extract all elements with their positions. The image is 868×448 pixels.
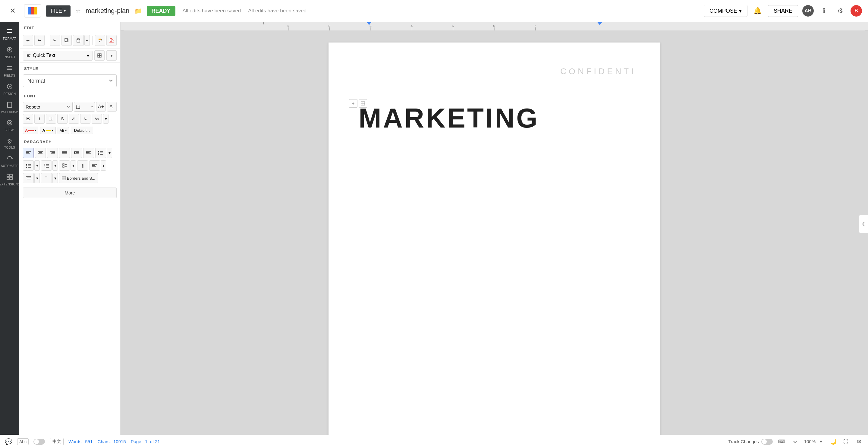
right-panel-collapse-button[interactable] bbox=[859, 215, 868, 233]
more-button[interactable]: More bbox=[23, 187, 117, 198]
align-left-button[interactable] bbox=[23, 148, 34, 158]
quote-group: " ▾ bbox=[41, 173, 58, 183]
keyboard-icon[interactable]: ⌨ bbox=[778, 438, 786, 446]
redo-button[interactable]: ↪ bbox=[34, 35, 44, 46]
settings-icon[interactable]: ⚙ bbox=[834, 5, 846, 17]
strikethrough-button[interactable]: S bbox=[57, 114, 67, 124]
font-size-decrease-button[interactable]: A- bbox=[107, 102, 117, 112]
paint-format-button[interactable] bbox=[95, 35, 105, 46]
collapse-icon[interactable] bbox=[791, 438, 799, 446]
sidebar-item-format[interactable]: FORMAT bbox=[0, 25, 19, 43]
font-size-increase-button[interactable]: A+ bbox=[96, 102, 106, 112]
highlight-color-button[interactable]: A ▾ bbox=[40, 127, 56, 134]
show-formatting-button[interactable]: ¶ bbox=[77, 160, 88, 171]
align-justify-button[interactable] bbox=[59, 148, 70, 158]
close-button[interactable]: ✕ bbox=[6, 4, 19, 18]
document-page[interactable]: CONFIDENTI + MARKETING bbox=[329, 42, 660, 435]
star-icon[interactable]: ☆ bbox=[75, 7, 81, 14]
indent-decrease-button[interactable] bbox=[83, 148, 94, 158]
line-spacing-button[interactable] bbox=[95, 148, 106, 158]
quick-text-icon-btn-1[interactable] bbox=[94, 50, 104, 61]
marketing-title[interactable]: MARKETING bbox=[359, 103, 630, 134]
info-icon[interactable]: ℹ bbox=[818, 5, 830, 17]
blockquote-button[interactable]: " bbox=[41, 173, 52, 183]
user-avatar[interactable]: B bbox=[850, 5, 862, 17]
sidebar-label-view: VIEW bbox=[5, 128, 14, 132]
document-scroll[interactable]: CONFIDENTI + MARKETING bbox=[121, 30, 868, 435]
paragraph-indent-button[interactable] bbox=[23, 173, 34, 183]
document-title[interactable]: marketing-plan bbox=[86, 7, 130, 15]
comment-icon[interactable]: 💬 bbox=[5, 438, 12, 445]
font-size-select[interactable]: 11 12 14 bbox=[74, 102, 95, 112]
quote-dropdown[interactable]: ▾ bbox=[53, 173, 58, 183]
compose-button[interactable]: COMPOSE ▾ bbox=[704, 5, 747, 17]
numbered-list-dropdown[interactable]: ▾ bbox=[53, 160, 58, 171]
folder-icon[interactable]: 📁 bbox=[134, 7, 142, 14]
track-changes-label: Track Changes bbox=[728, 439, 758, 444]
checklist-button[interactable] bbox=[59, 160, 70, 171]
paste-dropdown-button[interactable]: ▾ bbox=[84, 35, 90, 46]
text-color-button[interactable]: A ▾ bbox=[23, 127, 38, 134]
edit-toolbar: ↩ ↪ ✂ ▾ bbox=[19, 33, 120, 49]
zoom-dropdown-button[interactable]: ▾ bbox=[817, 438, 825, 446]
file-menu-button[interactable]: FILE ▾ bbox=[46, 5, 70, 17]
add-table-icon[interactable]: + bbox=[349, 99, 358, 108]
document-area: 1 2 3 4 5 6 7 CONFIDENTI bbox=[121, 22, 868, 435]
fullscreen-icon[interactable]: ⛶ bbox=[841, 438, 850, 446]
proofread-button[interactable]: Abc bbox=[17, 438, 29, 445]
svg-text:3: 3 bbox=[370, 24, 372, 27]
default-format-button[interactable]: Default... bbox=[71, 127, 93, 134]
extensions-icon bbox=[6, 174, 13, 182]
sidebar-item-insert[interactable]: INSERT bbox=[0, 43, 19, 62]
text-direction-button[interactable] bbox=[89, 160, 100, 171]
sidebar-item-fields[interactable]: FIELDS bbox=[0, 62, 19, 80]
numbered-list-button[interactable]: 1.2.3. bbox=[41, 160, 52, 171]
italic-button[interactable]: I bbox=[34, 114, 44, 124]
line-spacing-dropdown[interactable]: ▾ bbox=[107, 148, 112, 158]
text-style-button[interactable]: AB ▾ bbox=[58, 127, 69, 134]
sidebar-item-automate[interactable]: AUTOMATE bbox=[0, 152, 19, 171]
borders-button[interactable]: Borders and S... bbox=[59, 173, 98, 183]
font-family-select[interactable]: Roboto Arial Times New Roman bbox=[23, 102, 73, 112]
indent-dropdown[interactable]: ▾ bbox=[34, 173, 40, 183]
sidebar-item-design[interactable]: DESIGN bbox=[0, 80, 19, 98]
proofread-toggle[interactable] bbox=[33, 439, 45, 445]
subscript-button[interactable]: A₂ bbox=[80, 114, 90, 124]
text-cursor bbox=[359, 102, 359, 112]
svg-rect-1 bbox=[31, 7, 34, 14]
words-value: 551 bbox=[85, 439, 93, 444]
undo-button[interactable]: ↩ bbox=[23, 35, 33, 46]
bold-button[interactable]: B bbox=[23, 114, 33, 124]
bullet-list-button[interactable] bbox=[23, 160, 34, 171]
quick-text-arrow: ▾ bbox=[87, 53, 89, 59]
text-direction-dropdown[interactable]: ▾ bbox=[101, 160, 106, 171]
sidebar-item-view[interactable]: VIEW bbox=[0, 116, 19, 135]
copy-button[interactable] bbox=[61, 35, 72, 46]
paste-button[interactable] bbox=[73, 35, 84, 46]
text-case-button[interactable]: Aa bbox=[92, 114, 102, 124]
indent-increase-button[interactable] bbox=[71, 148, 82, 158]
sidebar-item-pagesetup[interactable]: PAGE SETUP bbox=[0, 98, 19, 116]
superscript-button[interactable]: A² bbox=[69, 114, 79, 124]
align-right-button[interactable] bbox=[47, 148, 58, 158]
bullet-list-dropdown[interactable]: ▾ bbox=[34, 160, 40, 171]
quick-text-icon-btn-2[interactable]: ▾ bbox=[106, 50, 117, 61]
checklist-dropdown[interactable]: ▾ bbox=[70, 160, 76, 171]
cut-button[interactable]: ✂ bbox=[50, 35, 60, 46]
sidebar-item-extensions[interactable]: EXTENSIONS bbox=[0, 171, 19, 189]
text-format-dropdown[interactable]: ▾ bbox=[103, 114, 108, 124]
table-grid-icon[interactable] bbox=[359, 99, 367, 108]
track-changes-toggle[interactable] bbox=[761, 439, 773, 445]
share-button[interactable]: SHARE bbox=[768, 5, 798, 17]
quick-text-select[interactable]: Quick Text ▾ bbox=[23, 51, 93, 61]
align-center-button[interactable] bbox=[35, 148, 46, 158]
notification-icon[interactable]: 🔔 bbox=[752, 5, 764, 17]
clear-format-button[interactable] bbox=[106, 35, 117, 46]
email-icon[interactable]: ✉ bbox=[855, 438, 863, 446]
view-icon bbox=[6, 119, 13, 127]
night-mode-button[interactable]: 🌙 bbox=[830, 438, 837, 445]
sidebar-item-tools[interactable]: ⚙ TOOLS bbox=[0, 135, 19, 152]
language-button[interactable]: 中文 bbox=[50, 438, 64, 445]
style-select[interactable]: Normal Heading 1 Heading 2 Heading 3 Tit… bbox=[23, 74, 117, 87]
underline-button[interactable]: U bbox=[46, 114, 56, 124]
